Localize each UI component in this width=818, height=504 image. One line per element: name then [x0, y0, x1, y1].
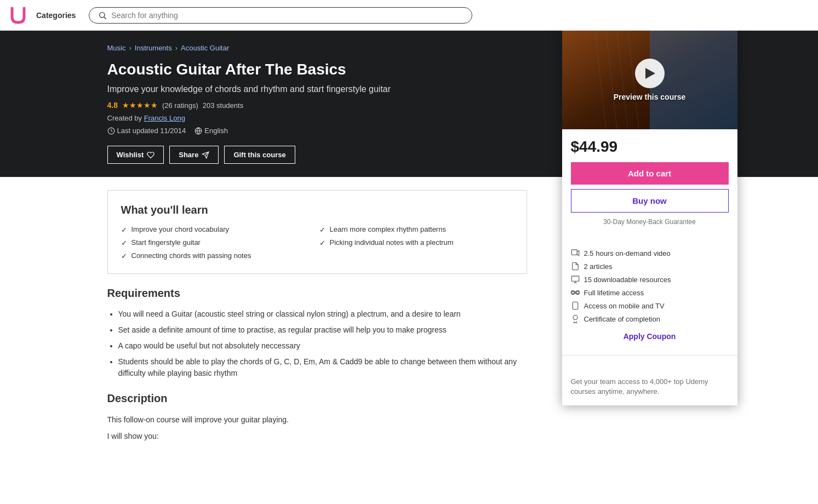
students-count: 203 students	[203, 101, 243, 110]
infinity-icon	[571, 288, 580, 297]
check-icon-1: ✓	[121, 239, 127, 247]
includes-item-certificate: Certificate of completion	[571, 314, 729, 323]
logo-area: Categories	[9, 6, 80, 25]
rating-number: 4.8	[107, 101, 118, 110]
breadcrumb-acoustic-guitar[interactable]: Acoustic Guitar	[181, 44, 229, 52]
requirements-list: You will need a Guitar (acoustic steel s…	[107, 308, 527, 379]
svg-rect-16	[571, 276, 579, 281]
learn-text-2: Connecting chords with passing notes	[131, 251, 251, 260]
play-button[interactable]	[635, 59, 665, 88]
share-label: Share	[179, 151, 198, 159]
check-icon-4: ✓	[319, 239, 325, 247]
includes-downloads-text: 15 downloadable resources	[584, 276, 671, 284]
includes-item-mobile: Access on mobile and TV	[571, 301, 729, 310]
requirement-3: Students should be able to play the chor…	[118, 356, 527, 379]
includes-lifetime-text: Full lifetime access	[584, 289, 644, 297]
breadcrumb-music[interactable]: Music	[107, 44, 126, 52]
clock-icon	[107, 127, 115, 135]
rating-count: (26 ratings)	[162, 101, 198, 110]
gift-button[interactable]: Gift this course	[224, 146, 295, 164]
learn-item-0: ✓ Improve your chord vocabulary	[121, 225, 315, 234]
card-body: $44.99 Add to cart Buy now 30-Day Money-…	[562, 129, 737, 354]
course-price: $44.99	[571, 138, 729, 156]
description-section: Description This follow-on course will i…	[107, 392, 527, 443]
requirements-section: Requirements You will need a Guitar (aco…	[107, 287, 527, 379]
search-input[interactable]	[111, 11, 463, 20]
search-icon	[98, 11, 107, 20]
categories-button[interactable]: Categories	[32, 9, 80, 22]
check-icon-0: ✓	[121, 226, 127, 234]
svg-point-0	[100, 12, 105, 17]
course-thumbnail: Preview this course	[562, 31, 737, 129]
svg-point-21	[573, 315, 577, 319]
action-buttons: Wishlist Share Gift this course	[107, 146, 527, 164]
breadcrumb-instruments[interactable]: Instruments	[135, 44, 172, 52]
svg-marker-15	[577, 250, 579, 255]
breadcrumb: Music › Instruments › Acoustic Guitar	[107, 44, 527, 52]
created-by-label: Created by	[107, 114, 142, 122]
includes-mobile-text: Access on mobile and TV	[584, 302, 665, 310]
requirements-title: Requirements	[107, 287, 527, 300]
includes-item-video: 2.5 hours on-demand video	[571, 249, 729, 257]
includes-item-articles: 2 articles	[571, 262, 729, 271]
svg-rect-14	[571, 250, 577, 255]
language-item: English	[195, 127, 228, 135]
svg-rect-19	[573, 302, 577, 309]
course-title: Acoustic Guitar After The Basics	[107, 60, 527, 79]
requirement-2: A capo would be useful but not absolutel…	[118, 340, 527, 352]
star-icons: ★★★★★	[122, 101, 158, 110]
search-bar	[89, 7, 472, 24]
description-title: Description	[107, 392, 527, 405]
gift-label: Gift this course	[233, 151, 285, 159]
includes-video-text: 2.5 hours on-demand video	[584, 249, 671, 257]
udemy-logo-icon	[9, 6, 27, 25]
check-icon-3: ✓	[319, 226, 325, 234]
learn-item-3: ✓ Learn more complex rhythm patterns	[319, 225, 513, 234]
learn-text-0: Improve your chord vocabulary	[131, 225, 229, 233]
meta-row: Last updated 11/2014 English	[107, 127, 527, 135]
breadcrumb-sep1: ›	[129, 44, 131, 52]
includes-title: This course includes:	[571, 234, 729, 243]
learn-item-4: ✓ Picking individual notes with a plectr…	[319, 238, 513, 247]
wishlist-button[interactable]: Wishlist	[107, 146, 164, 164]
wishlist-label: Wishlist	[117, 151, 144, 159]
buy-now-button[interactable]: Buy now	[571, 189, 729, 213]
course-card: Preview this course $44.99 Add to cart B…	[562, 31, 737, 405]
includes-item-downloads: 15 downloadable resources	[571, 275, 729, 284]
learn-grid: ✓ Improve your chord vocabulary ✓ Learn …	[121, 225, 513, 260]
share-icon	[202, 151, 209, 159]
breadcrumb-sep2: ›	[175, 44, 178, 52]
last-updated-item: Last updated 11/2014	[107, 127, 186, 135]
share-button[interactable]: Share	[169, 146, 219, 164]
play-button-overlay: Preview this course	[562, 31, 737, 129]
course-subtitle: Improve your knowledge of chords and rhy…	[107, 84, 527, 94]
add-to-cart-button[interactable]: Add to cart	[571, 162, 729, 185]
rating-row: 4.8 ★★★★★ (26 ratings) 203 students	[107, 101, 527, 110]
learn-section: What you'll learn ✓ Improve your chord v…	[107, 190, 527, 274]
learn-item-2: ✓ Connecting chords with passing notes	[121, 251, 315, 260]
globe-icon	[195, 127, 202, 135]
includes-articles-text: 2 articles	[584, 262, 613, 271]
learn-text-1: Start fingerstyle guitar	[131, 238, 201, 247]
video-icon	[571, 249, 580, 257]
learn-item-1: ✓ Start fingerstyle guitar	[121, 238, 315, 247]
description-text-2: I will show you:	[107, 430, 527, 442]
apply-coupon-link[interactable]: Apply Coupon	[571, 332, 729, 341]
includes-certificate-text: Certificate of completion	[584, 315, 660, 323]
last-updated-text: Last updated 11/2014	[117, 127, 186, 135]
requirement-1: Set aside a definite amount of time to p…	[118, 324, 527, 336]
hero-banner: Music › Instruments › Acoustic Guitar Ac…	[0, 31, 818, 177]
learn-text-4: Picking individual notes with a plectrum	[330, 238, 454, 247]
language-text: English	[204, 127, 228, 135]
play-triangle-icon	[645, 68, 655, 79]
instructor-link[interactable]: Francis Long	[144, 114, 185, 122]
svg-line-1	[104, 17, 106, 19]
learn-title: What you'll learn	[121, 204, 513, 216]
training-box: Training 5 or more people? Get your team…	[562, 355, 737, 405]
header: Categories	[0, 0, 818, 31]
training-title: Training 5 or more people?	[571, 364, 729, 374]
mobile-icon	[571, 301, 580, 310]
money-back-guarantee: 30-Day Money-Back Guarantee	[571, 218, 729, 226]
requirement-0: You will need a Guitar (acoustic steel s…	[118, 308, 527, 320]
training-desc: Get your team access to 4,000+ top Udemy…	[571, 377, 729, 397]
